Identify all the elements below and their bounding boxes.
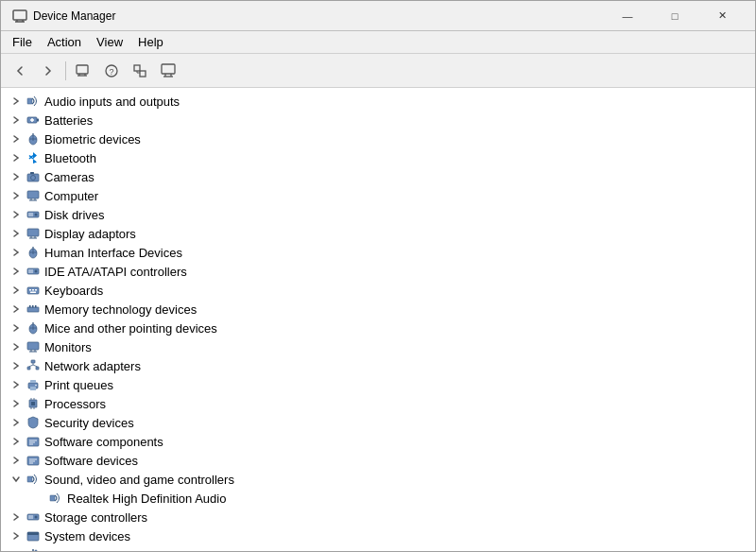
svg-point-49: [35, 270, 38, 273]
device-icon-processors: [26, 396, 41, 411]
device-label-softwarecomponents: Software components: [44, 435, 163, 449]
menu-help[interactable]: Help: [130, 33, 171, 51]
expand-icon-hid[interactable]: [9, 245, 24, 260]
device-icon-batteries: [26, 112, 41, 128]
expand-icon-network[interactable]: [9, 358, 24, 373]
tree-item-network[interactable]: Network adapters: [1, 356, 755, 375]
device-label-keyboards: Keyboards: [44, 284, 103, 298]
svg-rect-80: [31, 402, 35, 405]
window-title: Device Manager: [33, 9, 606, 23]
device-icon-print: [26, 377, 41, 392]
tree-item-mice[interactable]: Mice and other pointing devices: [1, 319, 755, 337]
monitor-button[interactable]: [155, 59, 181, 83]
svg-text:?: ?: [109, 67, 113, 77]
svg-rect-65: [27, 342, 39, 350]
tree-item-processors[interactable]: Processors: [1, 394, 755, 413]
expand-icon-sound[interactable]: [9, 472, 24, 487]
tree-item-keyboards[interactable]: Keyboards: [1, 281, 755, 300]
computer-button[interactable]: [70, 59, 96, 83]
tree-item-storage[interactable]: Storage controllers: [1, 508, 755, 526]
device-icon-hid: [26, 245, 41, 260]
expand-icon-realtek[interactable]: [31, 491, 46, 506]
svg-rect-4: [77, 65, 88, 74]
tree-item-system[interactable]: System devices: [1, 526, 755, 545]
app-icon: [12, 9, 27, 24]
device-label-batteries: Batteries: [44, 113, 93, 128]
device-label-display: Display adaptors: [44, 227, 136, 241]
menu-file[interactable]: File: [5, 33, 40, 51]
tree-item-sound[interactable]: Sound, video and game controllers: [1, 470, 755, 489]
tree-item-cameras[interactable]: Cameras: [1, 167, 755, 186]
device-tree[interactable]: Audio inputs and outputs Batteries Biome…: [1, 88, 755, 551]
expand-icon-bluetooth[interactable]: [9, 150, 24, 165]
device-label-softwaredevices: Software devices: [44, 454, 138, 468]
expand-icon-computer[interactable]: [9, 188, 24, 203]
expand-icon-display[interactable]: [9, 226, 24, 241]
expand-icon-monitors[interactable]: [9, 339, 24, 354]
tree-item-display[interactable]: Display adaptors: [1, 224, 755, 243]
device-icon-sound: [26, 472, 41, 487]
menu-view[interactable]: View: [89, 33, 130, 51]
tree-item-print[interactable]: Print queues: [1, 375, 755, 394]
device-icon-system: [26, 528, 41, 543]
expand-icon-cameras[interactable]: [9, 169, 24, 184]
forward-button[interactable]: [35, 59, 61, 83]
device-manager-window: Device Manager — □ ✕ File Action View He…: [0, 0, 756, 552]
window-controls[interactable]: — □ ✕: [606, 2, 744, 30]
maximize-button[interactable]: □: [653, 2, 696, 30]
device-label-processors: Processors: [44, 397, 106, 411]
menu-action[interactable]: Action: [40, 33, 89, 51]
tree-item-softwaredevices[interactable]: Software devices: [1, 451, 755, 470]
expand-button[interactable]: [127, 59, 153, 83]
expand-icon-security[interactable]: [9, 415, 24, 430]
tree-item-memory[interactable]: Memory technology devices: [1, 300, 755, 319]
expand-icon-biometric[interactable]: [9, 131, 24, 147]
device-icon-ide: [26, 264, 41, 279]
expand-icon-keyboards[interactable]: [9, 283, 24, 298]
tree-item-usb[interactable]: Universal Serial Bus controllers: [1, 545, 755, 551]
expand-icon-processors[interactable]: [9, 396, 24, 411]
forward-icon: [41, 63, 56, 78]
expand-icon-ide[interactable]: [9, 264, 24, 279]
close-button[interactable]: ✕: [700, 2, 744, 30]
tree-item-audio[interactable]: Audio inputs and outputs: [1, 92, 755, 111]
expand-icon: [132, 63, 147, 78]
device-label-memory: Memory technology devices: [44, 302, 197, 317]
expand-icon-mice[interactable]: [9, 320, 24, 336]
expand-icon-audio[interactable]: [9, 94, 24, 109]
svg-rect-11: [140, 71, 146, 77]
tree-item-monitors[interactable]: Monitors: [1, 337, 755, 356]
svg-line-73: [29, 365, 34, 367]
back-button[interactable]: [7, 59, 33, 83]
expand-icon-memory[interactable]: [9, 302, 24, 317]
svg-rect-32: [27, 191, 39, 198]
minimize-button[interactable]: —: [606, 2, 649, 30]
device-icon-display: [26, 226, 41, 241]
expand-icon-system[interactable]: [9, 528, 24, 543]
tree-item-hid[interactable]: Human Interface Devices: [1, 243, 755, 262]
svg-rect-60: [35, 305, 37, 308]
device-label-storage: Storage controllers: [44, 510, 147, 525]
expand-icon-softwarecomponents[interactable]: [9, 434, 24, 449]
tree-item-disk[interactable]: Disk drives: [1, 205, 755, 224]
help-button[interactable]: ?: [98, 59, 125, 83]
tree-item-realtek[interactable]: Realtek High Definition Audio: [1, 489, 755, 508]
tree-item-bluetooth[interactable]: Bluetooth: [1, 148, 755, 167]
device-icon-realtek: [48, 491, 63, 506]
expand-icon-batteries[interactable]: [9, 112, 24, 128]
tree-item-computer[interactable]: Computer: [1, 186, 755, 205]
device-icon-softwaredevices: [26, 453, 41, 468]
tree-item-biometric[interactable]: Biometric devices: [1, 129, 755, 148]
tree-item-batteries[interactable]: Batteries: [1, 111, 755, 129]
expand-icon-softwaredevices[interactable]: [9, 453, 24, 468]
expand-icon-storage[interactable]: [9, 509, 24, 525]
expand-icon-print[interactable]: [9, 377, 24, 392]
tree-item-security[interactable]: Security devices: [1, 413, 755, 432]
expand-icon-disk[interactable]: [9, 207, 24, 222]
device-icon-keyboards: [26, 283, 41, 298]
svg-rect-0: [13, 10, 26, 20]
tree-item-softwarecomponents[interactable]: Software components: [1, 432, 755, 451]
expand-icon-usb[interactable]: [9, 547, 24, 551]
device-label-usb: Universal Serial Bus controllers: [44, 548, 215, 552]
tree-item-ide[interactable]: IDE ATA/ATAPI controllers: [1, 262, 755, 281]
